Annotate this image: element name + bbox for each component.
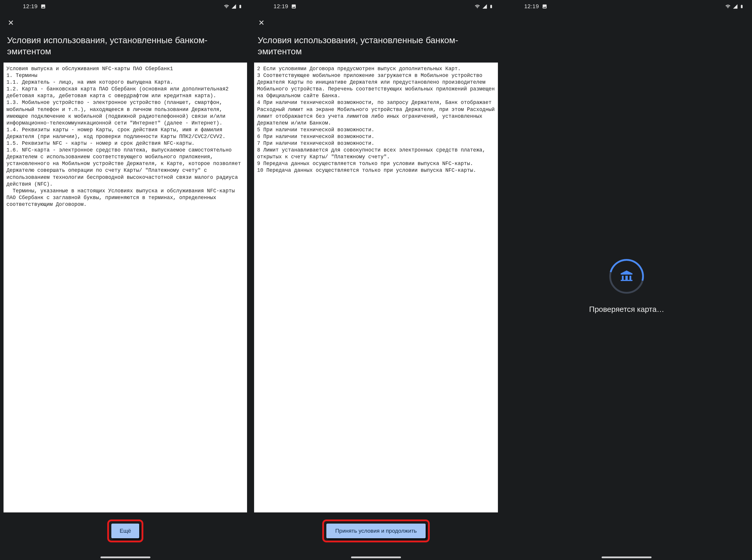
status-bar: 12:19 xyxy=(0,0,251,13)
page-title: Условия использования, установленные бан… xyxy=(0,31,251,63)
status-time: 12:19 xyxy=(23,3,38,10)
screenshot-icon xyxy=(41,4,46,9)
terms-text[interactable]: Условия выпуска и обслуживания NFC-карты… xyxy=(3,63,247,513)
status-time: 12:19 xyxy=(525,3,539,10)
highlight-callout: Принять условия и продолжить xyxy=(322,519,430,542)
screenshot-icon xyxy=(291,4,296,9)
close-icon[interactable] xyxy=(258,19,265,26)
phone-screen-terms-1: 12:19 Условия использования, установленн… xyxy=(0,0,251,560)
more-button[interactable]: Ещё xyxy=(111,524,139,538)
bank-icon xyxy=(619,269,634,283)
nav-handle[interactable] xyxy=(100,557,151,558)
loading-text: Проверяется карта… xyxy=(589,305,664,314)
screenshot-icon xyxy=(542,4,547,9)
cellular-icon xyxy=(733,4,738,9)
cellular-icon xyxy=(482,4,487,9)
status-bar: 12:19 xyxy=(501,0,752,13)
close-icon[interactable] xyxy=(7,19,15,26)
battery-icon xyxy=(238,3,242,9)
battery-icon xyxy=(740,3,744,9)
wifi-icon xyxy=(223,4,230,9)
wifi-icon xyxy=(725,4,731,9)
status-bar: 12:19 xyxy=(251,0,501,13)
loading-spinner xyxy=(609,259,644,294)
page-title: Условия использования, установленные бан… xyxy=(251,31,501,63)
highlight-callout: Ещё xyxy=(107,519,143,542)
wifi-icon xyxy=(474,4,480,9)
phone-screen-terms-2: 12:19 Условия использования, установленн… xyxy=(251,0,501,560)
nav-handle[interactable] xyxy=(601,557,652,558)
battery-icon xyxy=(489,3,493,9)
cellular-icon xyxy=(231,4,236,9)
nav-handle[interactable] xyxy=(351,557,401,558)
phone-screen-loading: 12:19 Проверяет xyxy=(501,0,752,560)
terms-text[interactable]: 2 Если условиями Договора предусмотрен в… xyxy=(254,63,498,513)
accept-button[interactable]: Принять условия и продолжить xyxy=(326,524,426,538)
status-time: 12:19 xyxy=(274,3,288,10)
